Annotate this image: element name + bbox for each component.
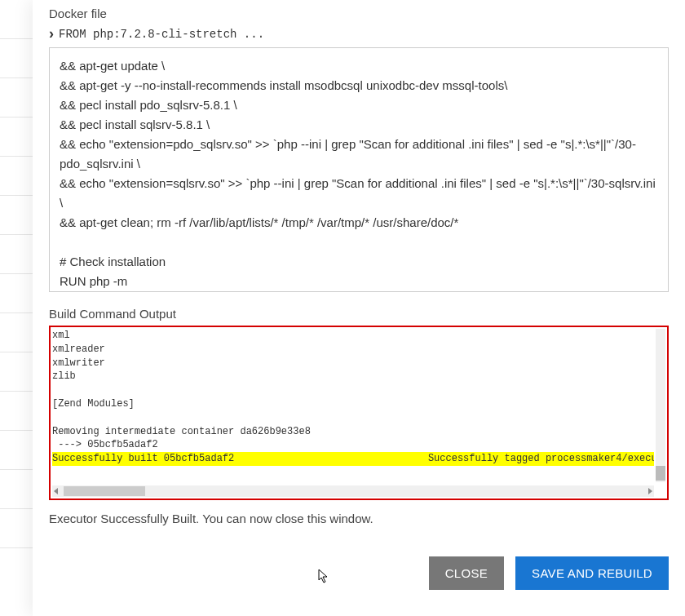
chevron-right-icon: › bbox=[49, 25, 54, 42]
output-horizontal-scroll-thumb[interactable] bbox=[64, 486, 145, 496]
output-vertical-scroll-thumb[interactable] bbox=[656, 466, 665, 481]
output-line: zlib bbox=[52, 370, 654, 383]
output-line: Successfully built 05bcfb5adaf2 bbox=[52, 452, 428, 466]
docker-from-line: FROM php:7.2.8-cli-stretch ... bbox=[59, 28, 264, 41]
output-line: Successfully tagged processmaker4/execut… bbox=[428, 452, 654, 466]
output-line: xmlwriter bbox=[52, 357, 654, 370]
output-line bbox=[52, 383, 654, 397]
docker-file-textarea[interactable] bbox=[49, 47, 669, 292]
output-line: [Zend Modules] bbox=[52, 397, 654, 411]
docker-file-label: Docker file bbox=[49, 7, 669, 20]
output-line: xml bbox=[52, 329, 654, 343]
close-button[interactable]: CLOSE bbox=[429, 556, 504, 590]
build-output-label: Build Command Output bbox=[49, 307, 669, 321]
background-table-rows bbox=[0, 0, 33, 616]
docker-from-toggle[interactable]: › FROM php:7.2.8-cli-stretch ... bbox=[49, 25, 669, 42]
modal-button-row: CLOSE SAVE AND REBUILD bbox=[49, 556, 669, 590]
output-line: ---> 05bcfb5adaf2 bbox=[52, 438, 654, 452]
build-output-box: xmlxmlreaderxmlwriterzlib [Zend Modules]… bbox=[49, 326, 669, 500]
output-line: Removing intermediate container da626b9e… bbox=[52, 425, 654, 439]
save-and-rebuild-button[interactable]: SAVE AND REBUILD bbox=[515, 556, 669, 590]
build-output-content: xmlxmlreaderxmlwriterzlib [Zend Modules]… bbox=[52, 329, 654, 466]
output-horizontal-scrollbar[interactable] bbox=[52, 485, 654, 497]
build-status-text: Executor Successfully Built. You can now… bbox=[49, 512, 669, 525]
output-line bbox=[52, 411, 654, 425]
output-line: xmlreader bbox=[52, 343, 654, 357]
output-vertical-scrollbar[interactable] bbox=[656, 329, 665, 482]
docker-build-modal: Docker file › FROM php:7.2.8-cli-stretch… bbox=[33, 0, 685, 616]
